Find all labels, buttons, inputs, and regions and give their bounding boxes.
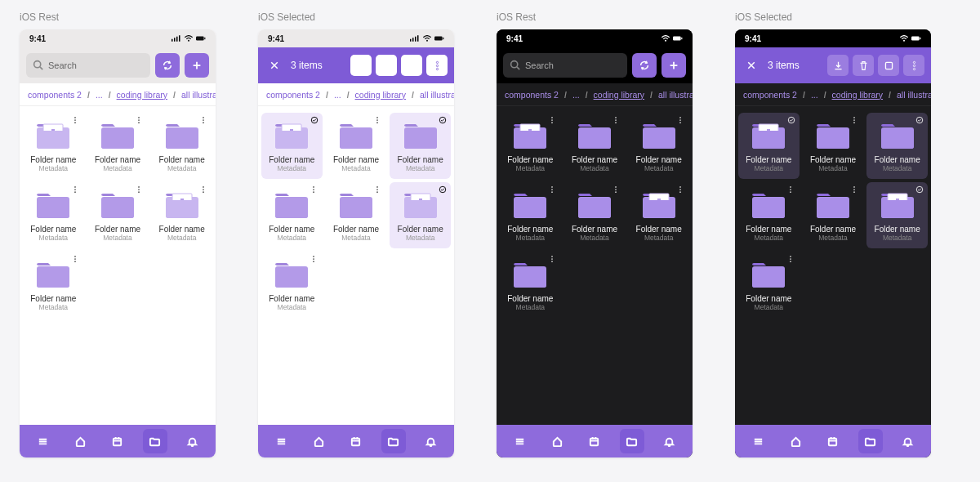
nav-calendar-button[interactable] [105, 429, 130, 453]
sync-button[interactable] [632, 53, 657, 78]
nav-folder-button[interactable] [620, 429, 644, 453]
breadcrumb-0[interactable]: components 2 [266, 90, 320, 100]
breadcrumb-3[interactable]: all illustrations [181, 90, 216, 100]
svg-point-139 [551, 189, 553, 190]
svg-point-40 [203, 191, 204, 193]
nav-calendar-button[interactable] [582, 429, 607, 453]
folder-card[interactable]: Folder name Metadata [628, 182, 689, 248]
folder-card[interactable]: Folder name Metadata [628, 113, 689, 179]
nav-folder-button[interactable] [381, 429, 406, 453]
sync-button[interactable] [155, 53, 180, 78]
folder-card[interactable]: Folder name Metadata [866, 113, 928, 179]
search-input[interactable]: Search [503, 53, 627, 78]
nav-home-button[interactable] [306, 429, 331, 453]
folder-card[interactable]: Folder name Metadata [738, 113, 800, 179]
nav-home-button[interactable] [545, 429, 569, 453]
breadcrumb-3[interactable]: all illustrations [658, 90, 693, 100]
nav-bell-button[interactable] [657, 429, 681, 453]
download-button[interactable] [827, 55, 849, 76]
nav-calendar-button[interactable] [344, 429, 368, 453]
svg-point-38 [203, 186, 204, 188]
folder-card[interactable]: Folder name Metadata [151, 182, 212, 248]
folder-card[interactable]: Folder name Metadata [738, 182, 800, 248]
nav-home-button[interactable] [68, 429, 92, 453]
folder-card[interactable]: Folder name Metadata [261, 252, 323, 318]
breadcrumb-2[interactable]: coding library [117, 90, 167, 100]
nav-menu-button[interactable] [31, 429, 56, 453]
delete-button[interactable] [376, 55, 397, 76]
delete-button[interactable] [853, 55, 874, 76]
svg-line-8 [40, 66, 42, 69]
nav-folder-button[interactable] [143, 429, 167, 453]
selection-close-button[interactable] [265, 56, 284, 75]
nav-menu-button[interactable] [508, 429, 532, 453]
overflow-button[interactable] [426, 55, 448, 76]
device-frame: 9:41 3 items [258, 29, 454, 457]
breadcrumb-3[interactable]: all illustrations [897, 90, 931, 100]
svg-rect-27 [166, 131, 198, 149]
selection-close-button[interactable] [742, 56, 761, 75]
folder-card[interactable]: Folder name Metadata [564, 182, 626, 248]
folder-card[interactable]: Folder name Metadata [390, 182, 451, 248]
folder-name: Folder name [740, 294, 798, 303]
svg-rect-212 [752, 270, 785, 288]
folder-card[interactable]: Folder name Metadata [151, 113, 212, 179]
nav-calendar-button[interactable] [821, 429, 845, 453]
nav-folder-button[interactable] [858, 429, 883, 453]
svg-rect-44 [166, 200, 198, 218]
svg-rect-1 [174, 38, 176, 42]
folder-card[interactable]: Folder name Metadata [803, 182, 864, 248]
folder-name: Folder name [391, 155, 449, 164]
folder-card[interactable]: Folder name Metadata [23, 113, 84, 179]
folder-card[interactable]: Folder name Metadata [87, 113, 149, 179]
svg-rect-5 [196, 36, 204, 40]
svg-point-155 [551, 256, 553, 257]
svg-rect-113 [656, 35, 657, 42]
breadcrumb-1[interactable]: ... [572, 90, 580, 100]
svg-point-208 [790, 256, 791, 257]
folder-card[interactable]: Folder name Metadata [23, 252, 84, 318]
nav-bell-button[interactable] [418, 429, 443, 453]
breadcrumb-1[interactable]: ... [96, 90, 103, 100]
search-input[interactable]: Search [26, 53, 150, 78]
nav-bell-button[interactable] [180, 429, 204, 453]
nav-menu-button[interactable] [746, 429, 771, 453]
overflow-button[interactable] [903, 55, 924, 76]
breadcrumb-2[interactable]: coding library [594, 90, 644, 100]
svg-point-171 [903, 39, 905, 41]
breadcrumb-1[interactable]: ... [811, 90, 818, 100]
folder-card[interactable]: Folder name Metadata [261, 113, 323, 179]
download-button[interactable] [350, 55, 372, 76]
folder-name: Folder name [868, 155, 926, 164]
add-button[interactable] [185, 53, 209, 78]
folder-card[interactable]: Folder name Metadata [326, 182, 387, 248]
stop-button[interactable] [878, 55, 899, 76]
folder-card[interactable]: Folder name Metadata [738, 252, 800, 318]
folder-card[interactable]: Folder name Metadata [564, 113, 626, 179]
nav-bell-button[interactable] [895, 429, 920, 453]
folder-card[interactable]: Folder name Metadata [87, 182, 149, 248]
folder-card[interactable]: Folder name Metadata [261, 182, 323, 248]
folder-card[interactable]: Folder name Metadata [326, 113, 387, 179]
folder-card[interactable]: Folder name Metadata [23, 182, 84, 248]
folder-card[interactable]: Folder name Metadata [500, 252, 561, 318]
breadcrumb-2[interactable]: coding library [355, 90, 406, 100]
folder-card[interactable]: Folder name Metadata [803, 113, 864, 179]
wifi-icon [184, 34, 194, 43]
folder-card[interactable]: Folder name Metadata [866, 182, 928, 248]
folder-name: Folder name [24, 294, 82, 303]
breadcrumb-0[interactable]: components 2 [505, 90, 559, 100]
breadcrumb-1[interactable]: ... [334, 90, 341, 100]
nav-home-button[interactable] [783, 429, 808, 453]
breadcrumb-2[interactable]: coding library [832, 90, 883, 100]
folder-card[interactable]: Folder name Metadata [500, 113, 561, 179]
folder-card[interactable]: Folder name Metadata [390, 113, 451, 179]
stop-button[interactable] [401, 55, 422, 76]
folder-card[interactable]: Folder name Metadata [500, 182, 561, 248]
selection-bar: 3 items [258, 47, 454, 83]
nav-menu-button[interactable] [270, 429, 294, 453]
breadcrumb-3[interactable]: all illustrations [420, 90, 454, 100]
breadcrumb-0[interactable]: components 2 [743, 90, 797, 100]
breadcrumb-0[interactable]: components 2 [28, 90, 82, 100]
add-button[interactable] [662, 53, 686, 78]
